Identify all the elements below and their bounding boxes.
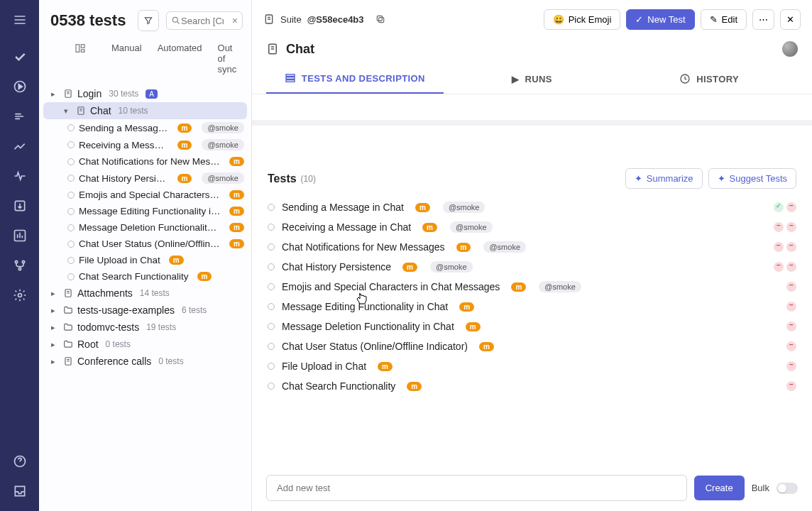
new-test-button[interactable]: ✓ New Test	[626, 9, 694, 30]
tree-test-item[interactable]: File Upload in Chatm	[39, 252, 251, 268]
svg-point-8	[172, 17, 177, 22]
help-icon[interactable]	[7, 449, 33, 474]
tree-test-item[interactable]: Sending a Message in Chatm@smoke	[39, 119, 251, 136]
tree-test-item[interactable]: Chat Search Functionalitym	[39, 268, 251, 285]
close-button[interactable]: ✕	[780, 9, 801, 30]
test-row[interactable]: Chat Notifications for New Messagesm@smo…	[268, 237, 796, 257]
tree-test-item[interactable]: Receiving a Message in Chatm@smoke	[39, 136, 251, 153]
bulk-toggle[interactable]	[777, 483, 798, 494]
test-row[interactable]: Emojis and Special Characters in Chat Me…	[268, 277, 796, 297]
svg-point-6	[18, 294, 21, 297]
nav-rail	[0, 0, 39, 511]
toolbar: Suite @S58ece4b3 😀 Pick Emoji ✓ New Test…	[252, 0, 812, 38]
tree-folder[interactable]: ▸tests-usage-examples6 tests	[39, 302, 251, 319]
tree-folder[interactable]: ▸Conference calls0 tests	[39, 353, 251, 370]
svg-rect-11	[81, 50, 84, 52]
main: Suite @S58ece4b3 😀 Pick Emoji ✓ New Test…	[252, 0, 812, 511]
project-title: 0538 tests	[50, 11, 131, 30]
footer: Create Bulk	[266, 475, 798, 501]
tree-test-item[interactable]: Message Deletion Functionality in Chatm	[39, 219, 251, 236]
import-icon[interactable]	[7, 193, 33, 219]
pulse-icon[interactable]	[7, 163, 33, 189]
tab-history[interactable]: HISTORY	[620, 64, 798, 94]
check-icon[interactable]	[7, 44, 33, 70]
history-icon	[679, 73, 691, 84]
hamburger-icon[interactable]	[7, 7, 33, 33]
test-row[interactable]: Message Editing Functionality in Chatm	[268, 297, 796, 317]
search-input-wrap[interactable]: ×	[166, 11, 243, 30]
test-row[interactable]: Chat User Status (Online/Offline Indicat…	[268, 336, 796, 356]
avatar[interactable]	[782, 41, 798, 57]
tab-out-of-sync[interactable]: Out of sync	[218, 43, 240, 75]
svg-point-5	[18, 268, 21, 270]
tree-folder[interactable]: ▸Root0 tests	[39, 336, 251, 353]
more-button[interactable]: ⋯	[752, 9, 774, 30]
svg-rect-9	[76, 45, 79, 53]
clear-search-icon[interactable]: ×	[232, 15, 238, 26]
bar-chart-icon[interactable]	[7, 223, 33, 248]
bulk-label: Bulk	[752, 483, 769, 493]
test-row[interactable]: Message Deletion Functionality in Chatm	[268, 317, 796, 336]
summarize-button[interactable]: ✦ Summarize	[625, 168, 703, 189]
tree-test-item[interactable]: Chat User Status (Online/Offline Indicat…	[39, 236, 251, 252]
tree-folder[interactable]: ▸todomvc-tests19 tests	[39, 319, 251, 336]
filter-button[interactable]	[138, 10, 159, 31]
suggest-tests-button[interactable]: ✦ Suggest Tests	[708, 168, 796, 189]
branch-icon[interactable]	[7, 253, 33, 278]
test-list: Sending a Message in Chatm@smokeReceivin…	[252, 197, 812, 396]
play-circle-icon[interactable]	[7, 74, 33, 99]
page-title: Chat	[286, 42, 314, 57]
test-row[interactable]: Chat History Persistencem@smoke	[268, 257, 796, 277]
sidebar: 0538 tests × Manual Automated Out of syn…	[39, 0, 252, 511]
svg-rect-10	[81, 45, 84, 48]
search-icon	[171, 16, 181, 26]
tab-tests-description[interactable]: TESTS AND DESCRIPTION	[266, 64, 444, 94]
tree-folder[interactable]: ▸Login30 testsA	[39, 85, 251, 102]
svg-point-4	[22, 260, 24, 263]
test-row[interactable]: Sending a Message in Chatm@smoke	[268, 197, 796, 217]
tree-test-item[interactable]: Chat Notifications for New Messagesm	[39, 153, 251, 170]
tab-manual[interactable]: Manual	[111, 43, 142, 75]
test-row[interactable]: File Upload in Chatm	[268, 356, 796, 376]
test-row[interactable]: Chat Search Functionalitym	[268, 376, 796, 396]
tree-test-item[interactable]: Message Editing Functionality in Chatm	[39, 203, 251, 219]
svg-rect-17	[378, 18, 383, 23]
list-icon	[285, 72, 296, 84]
edit-button[interactable]: ✎ Edit	[701, 9, 747, 30]
tree-folder[interactable]: ▸Attachments14 tests	[39, 285, 251, 302]
tests-count: (10)	[301, 174, 316, 184]
tree-test-item[interactable]: Emojis and Special Characters in Chat Me…	[39, 187, 251, 203]
svg-rect-21	[286, 77, 295, 79]
tree: ▸Login30 testsA▾Chat10 testsSending a Me…	[39, 82, 251, 511]
lines-icon[interactable]	[7, 104, 33, 129]
tab-runs[interactable]: ▶ RUNS	[444, 64, 621, 94]
suite-label: Suite @S58ece4b3	[280, 14, 364, 25]
svg-point-3	[15, 260, 17, 263]
pick-emoji-button[interactable]: 😀 Pick Emoji	[544, 9, 621, 30]
layout-icon[interactable]	[75, 43, 86, 75]
doc-icon	[263, 13, 275, 25]
trend-icon[interactable]	[7, 133, 33, 159]
tree-test-item[interactable]: Chat History Persistencem@smoke	[39, 170, 251, 187]
gear-icon[interactable]	[7, 282, 33, 308]
add-test-input[interactable]	[266, 475, 687, 501]
svg-rect-22	[286, 80, 295, 82]
content-tabs: TESTS AND DESCRIPTION ▶ RUNS HISTORY	[252, 64, 812, 94]
svg-rect-18	[377, 16, 382, 21]
test-row[interactable]: Receiving a Message in Chatm@smoke	[268, 217, 796, 237]
create-button[interactable]: Create	[694, 476, 745, 500]
doc-icon	[266, 43, 279, 55]
copy-icon[interactable]	[370, 9, 391, 30]
tab-automated[interactable]: Automated	[158, 43, 202, 75]
tree-folder[interactable]: ▾Chat10 tests	[43, 102, 247, 119]
tests-heading: Tests	[268, 172, 297, 185]
inbox-icon[interactable]	[7, 478, 33, 504]
svg-rect-20	[286, 75, 295, 77]
search-input[interactable]	[181, 16, 224, 26]
sidebar-tabs: Manual Automated Out of sync	[39, 37, 251, 82]
divider-bar	[252, 120, 812, 126]
